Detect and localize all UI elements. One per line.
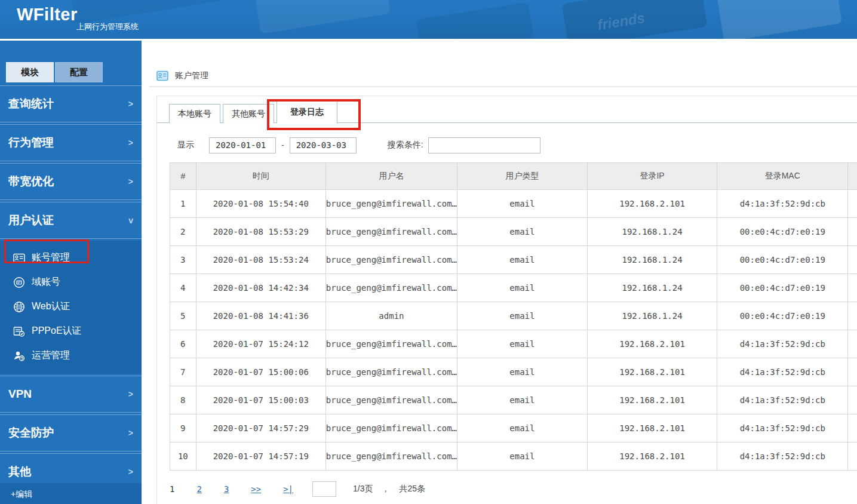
search-input[interactable] (428, 137, 540, 153)
divider (149, 86, 857, 87)
table-cell (848, 302, 857, 330)
column-header: # (170, 163, 196, 190)
chevron-icon: > (128, 177, 133, 186)
sidebar-submenu-item[interactable]: 运营管理 (0, 343, 142, 368)
table-cell: 7 (170, 358, 196, 386)
account-card-icon (156, 70, 168, 82)
sidebar-submenu-item-label: 账号管理 (32, 251, 70, 264)
table-cell: email (457, 330, 588, 358)
table-cell (848, 330, 857, 358)
table-cell (848, 246, 857, 274)
table-cell: email (457, 190, 588, 218)
sidebar-menu-item[interactable]: VPN > (0, 376, 142, 413)
table-cell: 2020-01-08 15:54:40 (196, 190, 325, 218)
table-cell: 2 (170, 218, 196, 246)
sidebar-menu-item[interactable]: 查询统计 > (0, 85, 142, 122)
chevron-icon: > (128, 138, 133, 147)
table-cell: 192.168.2.101 (587, 386, 717, 414)
table-cell: 2020-01-07 15:24:12 (196, 330, 325, 358)
table-cell: 192.168.2.101 (587, 414, 717, 442)
table-cell: 192.168.1.24 (587, 274, 717, 302)
table-cell: bruce_geng@imfirewall.com… (325, 386, 457, 414)
keyboard-decoration (416, 2, 533, 39)
table-cell: 6 (170, 330, 196, 358)
table-cell: 2020-01-08 15:53:29 (196, 218, 325, 246)
pagination: 1 23 >> >| 1/3页 ， 共25条 (170, 481, 767, 497)
date-to-input[interactable] (290, 137, 357, 153)
column-header: 用户类型 (457, 163, 588, 190)
table-row: 52020-01-08 14:41:36adminemail192.168.1.… (170, 302, 857, 330)
sidebar-submenu-item[interactable]: 账号管理 (0, 245, 142, 270)
sidebar-submenu-item[interactable]: Web认证 (0, 294, 142, 319)
operator-icon (13, 350, 25, 362)
table-row: 42020-01-08 14:42:34bruce_geng@imfirewal… (170, 274, 857, 302)
login-log-table: #时间用户名用户类型登录IP登录MAC 12020-01-08 15:54:40… (170, 162, 857, 471)
sidebar-tab[interactable]: 模块 (6, 62, 54, 82)
content-tab[interactable]: 登录日志 (277, 99, 337, 124)
table-cell (848, 386, 857, 414)
globe-icon (13, 301, 25, 313)
table-cell: 2020-01-07 15:00:03 (196, 386, 325, 414)
app-window: friends WFilter 上网行为管理系统 模块 配置 查询统计 > 行为… (0, 0, 857, 504)
sidebar-tab-label: 配置 (70, 67, 88, 78)
sidebar-submenu: 账号管理 域账号 Web认证 PPPoE认证 运营管理 (0, 241, 142, 374)
table-cell: 4 (170, 274, 196, 302)
table-row: 12020-01-08 15:54:40bruce_geng@imfirewal… (170, 190, 857, 218)
table-cell: 2020-01-07 15:00:06 (196, 358, 325, 386)
table-cell: 5 (170, 302, 196, 330)
table-cell: bruce_geng@imfirewall.com… (325, 330, 457, 358)
sidebar-tabbar: 模块 配置 (6, 62, 103, 82)
table-cell: bruce_geng@imfirewall.com… (325, 442, 457, 471)
main-content: 账户管理 本地账号 其他账号 登录日志 显示 - (142, 39, 857, 504)
next-page-link[interactable]: >> (251, 484, 261, 494)
table-cell: d4:1a:3f:52:9d:cb (717, 414, 848, 442)
keyboard-decoration (254, 0, 391, 34)
page-jump-input[interactable] (312, 481, 336, 497)
sidebar-submenu-item[interactable]: 域账号 (0, 270, 142, 294)
page-link[interactable]: 2 (196, 484, 201, 494)
sidebar-menu-item[interactable]: 安全防护 > (0, 414, 142, 451)
table-cell (848, 274, 857, 302)
content-tab[interactable]: 本地账号 (169, 104, 220, 123)
sidebar-tab-label: 模块 (21, 67, 39, 78)
table-cell: d4:1a:3f:52:9d:cb (717, 442, 848, 471)
table-cell: bruce_geng@imfirewall.com… (325, 414, 457, 442)
content-tab-label: 本地账号 (178, 109, 211, 119)
table-cell: 9 (170, 414, 196, 442)
table-cell: 1 (170, 190, 196, 218)
page-info: 1/3页 (353, 484, 373, 494)
table-cell: email (457, 218, 588, 246)
sidebar-menu-item-label: 行为管理 (8, 135, 54, 150)
date-from-input[interactable] (209, 137, 276, 153)
sidebar-menu-item[interactable]: 带宽优化 > (0, 163, 142, 200)
sidebar-edit-button[interactable]: +编辑 (0, 483, 142, 504)
keyboard-decoration (70, 0, 229, 24)
table-cell: 192.168.2.101 (587, 358, 717, 386)
app-subtitle: 上网行为管理系统 (76, 21, 139, 32)
chevron-icon: v (128, 216, 133, 225)
sidebar-submenu-item[interactable]: PPPoE认证 (0, 319, 142, 343)
table-cell: 192.168.2.101 (587, 442, 717, 471)
table-cell: 2020-01-08 15:53:24 (196, 246, 325, 274)
table-cell: email (457, 302, 588, 330)
chevron-icon: > (128, 99, 133, 109)
search-label: 搜索条件: (388, 140, 423, 150)
last-page-link[interactable]: >| (283, 484, 293, 494)
table-cell: bruce_geng@imfirewall.com… (325, 358, 457, 386)
sidebar-submenu-item-label: 运营管理 (32, 349, 70, 362)
page-info-comma: ， (382, 484, 390, 494)
sidebar-menu-item[interactable]: 行为管理 > (0, 124, 142, 161)
date-range-separator: - (281, 140, 284, 150)
table-row: 102020-01-07 14:57:19bruce_geng@imfirewa… (170, 442, 857, 471)
sidebar-tab[interactable]: 配置 (55, 62, 103, 82)
chevron-icon: > (128, 389, 133, 399)
top-banner: friends WFilter 上网行为管理系统 (0, 0, 857, 39)
column-header (848, 163, 857, 190)
table-cell: 00:e0:4c:d7:e0:19 (717, 218, 848, 246)
domain-account-icon (13, 276, 25, 288)
sidebar-menu-item[interactable]: 用户认证 v (0, 202, 142, 239)
page-link[interactable]: 3 (224, 484, 229, 494)
table-cell: d4:1a:3f:52:9d:cb (717, 386, 848, 414)
content-tab[interactable]: 其他账号 (223, 104, 274, 123)
breadcrumb: 账户管理 (156, 70, 208, 82)
